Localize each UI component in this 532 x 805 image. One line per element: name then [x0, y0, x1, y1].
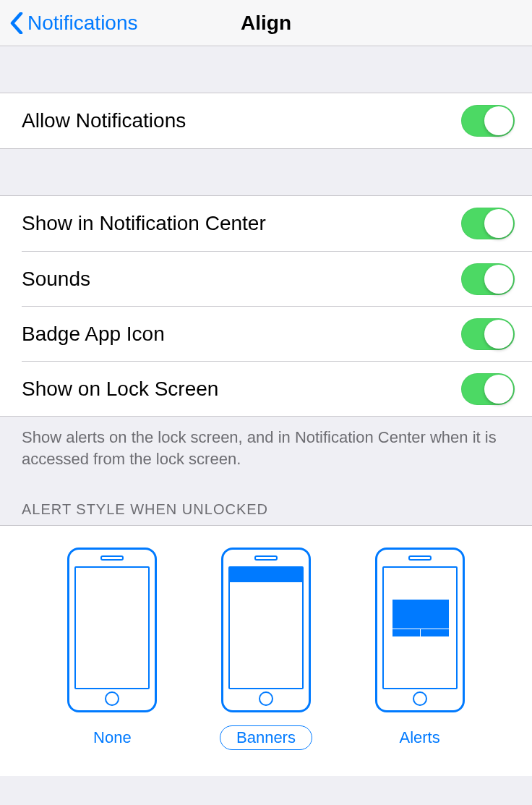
lock-screen-toggle[interactable] [461, 373, 515, 405]
lock-screen-label: Show on Lock Screen [22, 378, 218, 401]
section-gap [0, 149, 532, 195]
section-gap [0, 46, 532, 93]
alert-style-none[interactable]: None [67, 548, 157, 750]
alert-style-group: None Banners Alerts [0, 525, 532, 776]
badge-row: Badge App Icon [22, 306, 532, 361]
alert-style-alerts-label: Alerts [385, 725, 455, 750]
alert-style-banners[interactable]: Banners [220, 548, 312, 750]
badge-toggle[interactable] [461, 318, 515, 350]
alert-style-header: ALERT STYLE WHEN UNLOCKED [0, 469, 532, 525]
show-in-nc-row: Show in Notification Center [0, 196, 532, 251]
phone-icon-none [67, 548, 157, 712]
alert-style-none-label: None [79, 725, 146, 750]
page-title: Align [241, 12, 291, 35]
alert-style-alerts[interactable]: Alerts [375, 548, 465, 750]
allow-notifications-toggle[interactable] [461, 105, 515, 137]
phone-icon-banners [221, 548, 311, 712]
lock-screen-footer: Show alerts on the lock screen, and in N… [0, 417, 532, 469]
sounds-row: Sounds [22, 251, 532, 306]
options-group: Show in Notification Center Sounds Badge… [0, 195, 532, 417]
show-in-nc-toggle[interactable] [461, 208, 515, 239]
back-button[interactable]: Notifications [0, 12, 138, 35]
badge-label: Badge App Icon [22, 323, 165, 346]
allow-group: Allow Notifications [0, 93, 532, 149]
show-in-nc-label: Show in Notification Center [22, 212, 266, 235]
allow-notifications-row: Allow Notifications [0, 93, 532, 148]
phone-icon-alerts [375, 548, 465, 712]
back-label: Notifications [27, 12, 138, 35]
nav-bar: Notifications Align [0, 0, 532, 46]
sounds-label: Sounds [22, 268, 90, 291]
chevron-left-icon [10, 12, 23, 34]
alert-style-banners-label: Banners [220, 725, 312, 750]
allow-notifications-label: Allow Notifications [22, 109, 186, 132]
sounds-toggle[interactable] [461, 263, 515, 295]
lock-screen-row: Show on Lock Screen [22, 361, 532, 416]
